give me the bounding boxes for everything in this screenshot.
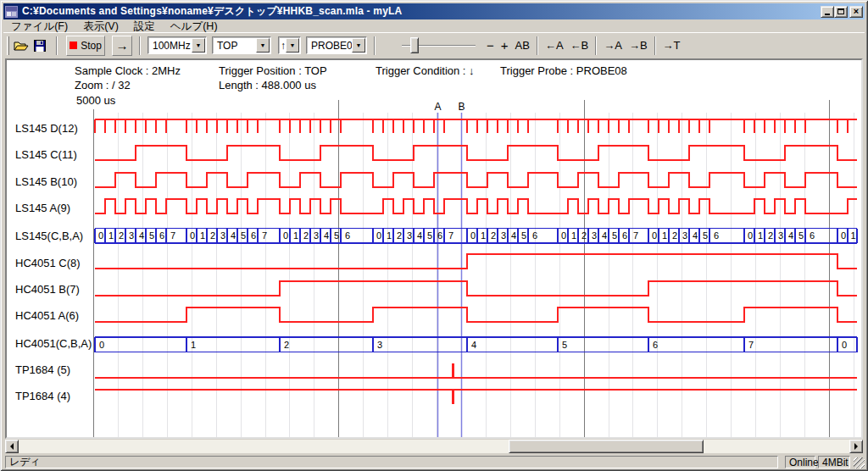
minimize-button[interactable]: [821, 6, 834, 18]
svg-text:0: 0: [841, 230, 846, 241]
dropdown-arrow-icon[interactable]: ▼: [352, 38, 365, 53]
trigger-edge-select[interactable]: ↑ ▼: [278, 36, 301, 54]
status-bar: レディ Online 4MBit: [3, 455, 865, 468]
svg-text:0: 0: [283, 230, 288, 241]
run-button[interactable]: →: [112, 36, 132, 56]
svg-text:7: 7: [170, 230, 175, 241]
right-arrow-icon: [854, 443, 861, 450]
trigger-position-value: TOP: [217, 40, 237, 52]
zoom-slider[interactable]: [381, 36, 478, 56]
cursor-a-label: A: [434, 101, 441, 113]
maximize-icon: [837, 8, 844, 14]
svg-text:5: 5: [241, 230, 246, 241]
goto-trigger-button[interactable]: →T: [659, 36, 684, 55]
svg-text:2: 2: [768, 230, 773, 241]
svg-text:4: 4: [324, 230, 329, 241]
stop-label: Stop: [81, 40, 102, 52]
svg-text:7: 7: [748, 340, 754, 350]
svg-text:1: 1: [191, 340, 196, 350]
dropdown-arrow-icon[interactable]: ▼: [286, 38, 299, 53]
status-online-text: Online: [789, 457, 819, 468]
menu-bar: ファイル(F)表示(V)設定ヘルプ(H): [3, 20, 865, 33]
title-bar[interactable]: C:¥Documents and Settings¥noname¥デスクトップ¥…: [3, 3, 865, 19]
svg-text:0: 0: [748, 230, 753, 241]
save-button[interactable]: [31, 36, 49, 55]
trigger-position-select[interactable]: TOP ▼: [212, 36, 271, 54]
toolbar-grip[interactable]: [7, 36, 9, 55]
svg-text:6: 6: [251, 230, 256, 241]
svg-text:1: 1: [200, 230, 205, 241]
svg-text:4: 4: [511, 230, 516, 241]
svg-text:2: 2: [581, 230, 587, 241]
toolbar-separator: [56, 36, 58, 55]
open-button[interactable]: [12, 36, 31, 55]
svg-text:3: 3: [220, 230, 225, 241]
svg-text:6: 6: [810, 230, 815, 241]
resize-grip[interactable]: [854, 457, 865, 468]
stop-icon: [70, 42, 77, 49]
svg-text:3: 3: [682, 230, 687, 241]
move-b-right-button[interactable]: →B: [626, 36, 651, 55]
zoom-ab-button[interactable]: AB: [512, 36, 533, 55]
svg-text:4: 4: [788, 230, 793, 241]
open-folder-icon: [14, 40, 29, 52]
dropdown-arrow-icon[interactable]: ▼: [256, 38, 270, 53]
zoom-slider-thumb[interactable]: [410, 37, 419, 53]
svg-text:0: 0: [376, 230, 381, 241]
toolbar-separator: [595, 36, 597, 55]
close-icon: ×: [854, 7, 859, 16]
status-memory-pane: 4MBit: [818, 456, 850, 468]
svg-text:2: 2: [119, 230, 124, 241]
move-a-right-button[interactable]: →A: [600, 36, 626, 55]
sample-clock-value: 100MHz: [153, 40, 191, 52]
svg-text:5: 5: [612, 230, 617, 241]
svg-text:0: 0: [842, 340, 847, 350]
status-memory-text: 4MBit: [822, 457, 849, 468]
scroll-left-button[interactable]: [5, 440, 19, 453]
horizontal-scrollbar[interactable]: [5, 440, 863, 453]
svg-text:0: 0: [652, 230, 657, 241]
svg-text:4: 4: [417, 230, 422, 241]
svg-text:2: 2: [284, 340, 289, 350]
svg-text:3: 3: [407, 230, 412, 241]
svg-text:4: 4: [602, 230, 607, 241]
waveform-display: AB01234567012345670123456012345670123456…: [7, 60, 861, 437]
svg-text:5: 5: [703, 230, 708, 241]
svg-text:1: 1: [387, 230, 392, 241]
svg-text:6: 6: [437, 230, 442, 241]
svg-text:4: 4: [693, 230, 698, 241]
zoom-in-button[interactable]: +: [498, 36, 512, 55]
svg-text:6: 6: [622, 230, 627, 241]
svg-text:6: 6: [653, 340, 658, 350]
trigger-probe-select[interactable]: PROBE00 ▼: [306, 36, 367, 54]
svg-text:6: 6: [532, 230, 537, 241]
svg-text:6: 6: [714, 230, 719, 241]
app-window: C:¥Documents and Settings¥noname¥デスクトップ¥…: [0, 0, 868, 471]
window-title: C:¥Documents and Settings¥noname¥デスクトップ¥…: [22, 4, 821, 19]
scrollbar-thumb[interactable]: [509, 440, 704, 453]
toolbar: Stop → 100MHz ▼ TOP ▼ ↑ ▼ PROBE00 ▼ − + …: [3, 32, 865, 58]
move-a-left-button[interactable]: ←A: [542, 36, 567, 55]
sample-clock-select[interactable]: 100MHz ▼: [147, 36, 207, 54]
app-icon: [5, 6, 19, 18]
svg-text:2: 2: [491, 230, 496, 241]
svg-text:2: 2: [303, 230, 309, 241]
scroll-right-button[interactable]: [849, 440, 863, 453]
svg-text:7: 7: [262, 230, 267, 241]
svg-text:1: 1: [571, 230, 576, 241]
cursor-b-label: B: [458, 101, 465, 113]
move-b-left-button[interactable]: ←B: [567, 36, 593, 55]
svg-text:7: 7: [448, 230, 453, 241]
svg-text:3: 3: [592, 230, 597, 241]
status-message-pane: レディ: [5, 456, 778, 468]
stop-button[interactable]: Stop: [66, 36, 105, 56]
floppy-icon: [34, 40, 46, 52]
zoom-out-button[interactable]: −: [483, 36, 498, 55]
toolbar-separator: [654, 36, 656, 55]
dropdown-arrow-icon[interactable]: ▼: [192, 38, 205, 53]
svg-text:1: 1: [481, 230, 486, 241]
svg-text:0: 0: [98, 230, 103, 241]
svg-text:1: 1: [758, 230, 763, 241]
close-button[interactable]: ×: [849, 6, 863, 18]
maximize-button[interactable]: [834, 6, 848, 18]
